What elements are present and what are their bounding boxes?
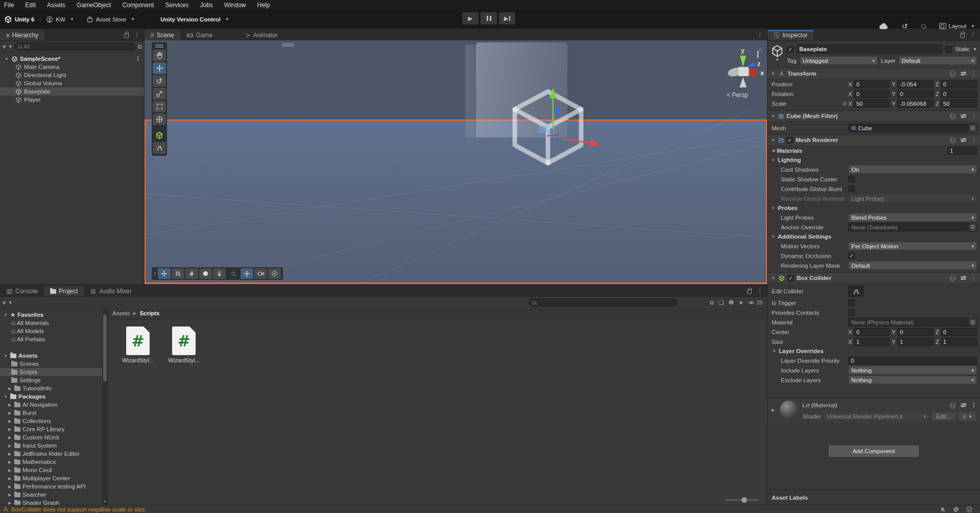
perspective-label[interactable]: < Persp (727, 91, 748, 99)
menu-file[interactable]: File (4, 2, 14, 9)
pause-button[interactable] (481, 12, 497, 25)
rect-tool-button[interactable] (153, 101, 166, 112)
probes-foldout[interactable]: ▼Probes (768, 203, 980, 213)
help-icon[interactable]: ? (949, 402, 956, 409)
position-z-field[interactable]: 0 (941, 80, 977, 88)
light-probes-dropdown[interactable]: Blend Probes (848, 213, 977, 222)
material-preview-sphere[interactable] (780, 401, 798, 419)
add-gameobject-button[interactable]: + (2, 42, 6, 51)
overlay-drag-handle[interactable]: ‖ (154, 271, 157, 277)
status-bar[interactable]: ⚠ BoxCollider does not support negative … (0, 505, 980, 513)
hierarchy-search[interactable] (14, 42, 136, 51)
kebab-menu-icon[interactable]: ⋮ (970, 31, 976, 38)
create-dropdown-caret[interactable]: ▼ (8, 300, 12, 305)
foldout-icon[interactable]: ▼ (4, 57, 9, 61)
is-trigger-checkbox[interactable] (848, 299, 855, 306)
tree-pkg-ai-navigation[interactable]: ▶AI Navigation (0, 401, 102, 409)
snap-overlay-button[interactable] (241, 268, 253, 279)
scroll-down-arrow[interactable]: ▼ (102, 499, 108, 504)
thumbnail-zoom-slider[interactable] (725, 499, 758, 501)
slider-knob[interactable] (742, 497, 747, 503)
search-by-label-icon[interactable]: ❏ (719, 299, 724, 306)
tree-pkg-collections[interactable]: ▶Collections (0, 417, 102, 425)
gizmo-lock-icon[interactable] (757, 51, 758, 58)
center-z-field[interactable]: 0 (941, 328, 977, 336)
preset-icon[interactable] (961, 114, 966, 117)
tree-pkg-burst[interactable]: ▶Burst (0, 409, 102, 417)
asset-labels-section[interactable]: Asset Labels (768, 489, 980, 505)
overlay-drag-handle[interactable] (282, 43, 294, 46)
exclude-layers-dropdown[interactable]: Nothing (848, 376, 977, 384)
status-message[interactable]: BoxCollider does not support negative sc… (11, 506, 147, 512)
help-icon[interactable]: ? (949, 113, 956, 120)
compass-overlay-button[interactable] (268, 268, 281, 279)
preset-icon[interactable] (961, 404, 966, 406)
tab-console[interactable]: Console (0, 286, 44, 296)
provides-contacts-checkbox[interactable] (848, 309, 855, 316)
tree-pkg-core-rp[interactable]: ▶Core RP Library (0, 425, 102, 433)
size-z-field[interactable]: 1 (941, 338, 977, 346)
probes-overlay-button[interactable] (213, 268, 226, 279)
scrollbar-thumb[interactable] (103, 315, 107, 381)
tag-dropdown[interactable]: Untagged (800, 56, 878, 65)
favorites-star-icon[interactable]: ★ (738, 299, 744, 306)
progress-ok-icon[interactable] (966, 506, 973, 513)
include-layers-dropdown[interactable]: Nothing (848, 366, 977, 375)
hierarchy-search-input[interactable] (23, 43, 132, 50)
tree-favorites[interactable]: ▼★Favorites (0, 311, 102, 319)
hierarchy-item-directional-light[interactable]: Directional Light (0, 71, 144, 79)
transform-tool-button[interactable] (153, 113, 166, 125)
tab-hierarchy[interactable]: ≡ Hierarchy (0, 30, 44, 40)
dynamic-occlusion-checkbox[interactable] (848, 252, 855, 259)
layer-overrides-foldout[interactable]: ▼Layer Overrides (768, 346, 980, 356)
foldout-icon[interactable]: ▶ (772, 148, 777, 153)
search-icon[interactable] (921, 24, 926, 29)
foldout-icon[interactable]: ▼ (771, 138, 776, 143)
tab-inspector[interactable]: ⓘ Inspector (768, 30, 814, 40)
preset-icon[interactable] (961, 276, 966, 279)
tab-game[interactable]: Game (180, 30, 219, 40)
notifications-muted-icon[interactable] (939, 506, 946, 513)
physics-material-field[interactable]: None (Physics Material) ⊙ (848, 318, 977, 327)
layer-dropdown[interactable]: Default (899, 56, 977, 65)
menu-help[interactable]: Help (257, 2, 270, 9)
edit-collider-button[interactable] (848, 286, 864, 297)
mixer-overlay-button[interactable] (172, 268, 184, 279)
hierarchy-item-player[interactable]: Player (0, 96, 144, 104)
lock-icon[interactable] (960, 34, 965, 38)
scene-object-pillar[interactable] (465, 44, 477, 137)
link-broken-icon[interactable]: ⊘ (841, 101, 848, 106)
scene-picker-icon[interactable]: ⧉ (138, 43, 142, 50)
preset-icon[interactable] (961, 138, 966, 141)
hidden-items-count[interactable]: 25 (748, 299, 763, 306)
component-enabled-checkbox[interactable] (787, 275, 794, 282)
tree-pkg-rider[interactable]: ▶JetBrains Rider Editor (0, 450, 102, 458)
add-dropdown-caret[interactable]: ▼ (8, 44, 12, 49)
object-picker-icon[interactable]: ⊙ (968, 318, 976, 326)
tree-pkg-custom-nunit[interactable]: ▶Custom NUnit (0, 433, 102, 441)
move-overlay-button[interactable] (158, 268, 171, 279)
mesh-filter-header[interactable]: ▼ ⊞ Cube (Mesh Filter) ?⋮ (768, 110, 980, 122)
tree-folder-tutorialinfo[interactable]: ▶TutorialInfo (0, 384, 102, 392)
scale-x-field[interactable]: 50 (854, 100, 890, 108)
kebab-menu-icon[interactable]: ⋮ (971, 70, 977, 77)
rendering-layer-mask-dropdown[interactable]: Default (848, 261, 977, 270)
tree-scrollbar[interactable]: ▼ (102, 308, 108, 505)
rotate-tool-button[interactable]: ↺ (153, 75, 166, 87)
project-search-input[interactable] (538, 299, 674, 306)
static-checkbox[interactable] (945, 46, 952, 53)
lock-icon[interactable] (747, 290, 752, 294)
move-tool-button[interactable] (153, 62, 166, 74)
motion-vectors-dropdown[interactable]: Per Object Motion (848, 242, 977, 250)
tab-scene[interactable]: # Scene (145, 30, 180, 40)
position-x-field[interactable]: 0 (854, 80, 890, 88)
tab-animator[interactable]: ≻ Animator (239, 30, 283, 40)
undo-history-icon[interactable]: ↺ (902, 22, 908, 30)
view-tool-button[interactable] (153, 50, 166, 61)
hierarchy-item-global-volume[interactable]: Global Volume (0, 79, 144, 87)
camera-overlay-button[interactable] (254, 268, 267, 279)
help-icon[interactable]: ? (949, 275, 956, 282)
help-icon[interactable]: ? (949, 137, 956, 144)
tab-audio-mixer[interactable]: Audio Mixer (84, 286, 137, 296)
anchor-override-field[interactable]: None (Transform) ⊙ (848, 223, 977, 231)
